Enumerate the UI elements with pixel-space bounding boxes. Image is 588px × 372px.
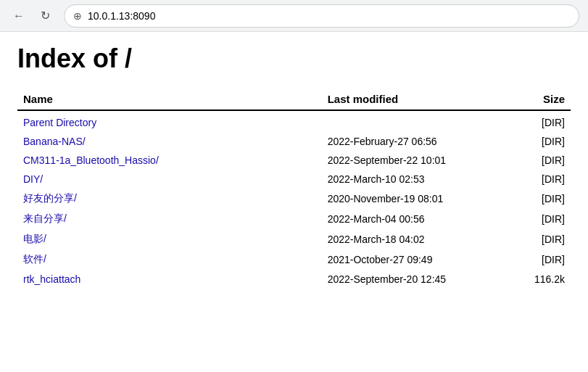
- file-modified-cell: 2022-September-22 10:01: [322, 151, 488, 170]
- file-modified-cell: 2022-February-27 06:56: [322, 132, 488, 151]
- file-modified-cell: 2020-November-19 08:01: [322, 189, 488, 209]
- table-row: Parent Directory[DIR]: [17, 110, 571, 132]
- address-bar[interactable]: ⊕ 10.0.1.13:8090: [64, 4, 579, 28]
- col-size-header: Size: [488, 88, 571, 110]
- file-modified-cell: 2022-March-04 00:56: [322, 209, 488, 229]
- refresh-button[interactable]: ↻: [35, 6, 55, 26]
- file-link[interactable]: 好友的分享/: [23, 192, 77, 204]
- col-name-header: Name: [17, 88, 322, 110]
- file-link[interactable]: 来自分享/: [23, 212, 67, 224]
- file-name-cell: Parent Directory: [17, 110, 322, 132]
- col-modified-header: Last modified: [322, 88, 488, 110]
- file-size-cell: 116.2k: [488, 270, 571, 289]
- table-row: rtk_hciattach2022-September-20 12:45116.…: [17, 270, 571, 289]
- back-button[interactable]: ←: [9, 6, 29, 26]
- file-size-cell: [DIR]: [488, 229, 571, 249]
- file-name-cell: Banana-NAS/: [17, 132, 322, 151]
- file-modified-cell: 2022-September-20 12:45: [322, 270, 488, 289]
- file-link[interactable]: CM311-1a_Bluetooth_Hassio/: [23, 154, 159, 166]
- file-link[interactable]: 电影/: [23, 233, 46, 244]
- file-link[interactable]: Parent Directory: [23, 117, 96, 128]
- file-modified-cell: 2022-March-10 02:53: [322, 170, 488, 189]
- file-size-cell: [DIR]: [488, 110, 571, 132]
- file-modified-cell: [322, 110, 488, 132]
- file-name-cell: 电影/: [17, 229, 322, 249]
- globe-icon: ⊕: [73, 10, 82, 22]
- table-row: 来自分享/2022-March-04 00:56[DIR]: [17, 209, 571, 229]
- table-row: 好友的分享/2020-November-19 08:01[DIR]: [17, 189, 571, 209]
- file-name-cell: DIY/: [17, 170, 322, 189]
- file-name-cell: rtk_hciattach: [17, 270, 322, 289]
- file-name-cell: 来自分享/: [17, 209, 322, 229]
- file-name-cell: CM311-1a_Bluetooth_Hassio/: [17, 151, 322, 170]
- table-row: Banana-NAS/2022-February-27 06:56[DIR]: [17, 132, 571, 151]
- file-table: Name Last modified Size Parent Directory…: [17, 88, 571, 289]
- page-content: Index of / Name Last modified Size Paren…: [0, 32, 588, 300]
- file-modified-cell: 2021-October-27 09:49: [322, 249, 488, 270]
- file-size-cell: [DIR]: [488, 249, 571, 270]
- table-row: CM311-1a_Bluetooth_Hassio/2022-September…: [17, 151, 571, 170]
- file-size-cell: [DIR]: [488, 151, 571, 170]
- file-size-cell: [DIR]: [488, 170, 571, 189]
- table-row: 软件/2021-October-27 09:49[DIR]: [17, 249, 571, 270]
- table-row: 电影/2022-March-18 04:02[DIR]: [17, 229, 571, 249]
- table-header-row: Name Last modified Size: [17, 88, 571, 110]
- file-link[interactable]: 软件/: [23, 253, 46, 265]
- url-display: 10.0.1.13:8090: [88, 10, 570, 22]
- file-name-cell: 软件/: [17, 249, 322, 270]
- page-title: Index of /: [17, 44, 571, 74]
- file-link[interactable]: rtk_hciattach: [23, 273, 80, 285]
- file-link[interactable]: Banana-NAS/: [23, 136, 86, 147]
- nav-buttons: ← ↻: [9, 6, 55, 26]
- file-size-cell: [DIR]: [488, 132, 571, 151]
- file-size-cell: [DIR]: [488, 209, 571, 229]
- file-size-cell: [DIR]: [488, 189, 571, 209]
- table-row: DIY/2022-March-10 02:53[DIR]: [17, 170, 571, 189]
- file-modified-cell: 2022-March-18 04:02: [322, 229, 488, 249]
- file-name-cell: 好友的分享/: [17, 189, 322, 209]
- file-link[interactable]: DIY/: [23, 173, 43, 185]
- browser-chrome: ← ↻ ⊕ 10.0.1.13:8090: [0, 0, 588, 32]
